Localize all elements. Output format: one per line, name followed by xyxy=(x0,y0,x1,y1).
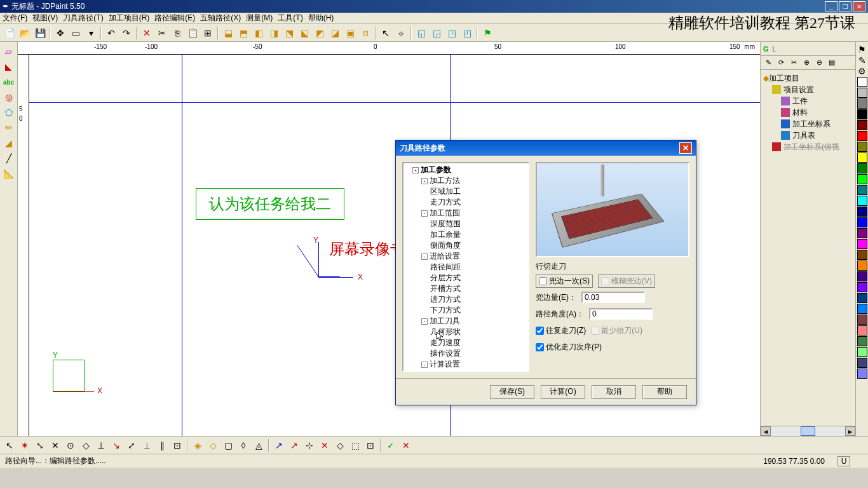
color-swatch[interactable] xyxy=(857,282,867,292)
autosel-icon[interactable]: ⟐ xyxy=(394,26,408,40)
box9-icon[interactable]: ▣ xyxy=(343,26,357,40)
cb-edge-once[interactable]: 兜边一次(S) xyxy=(536,274,593,288)
bt12-icon[interactable]: ⊡ xyxy=(170,438,184,452)
open-icon[interactable]: 📂 xyxy=(18,26,32,40)
color-swatch[interactable] xyxy=(857,217,867,227)
bt24-icon[interactable]: ⊡ xyxy=(363,438,377,452)
calculate-button[interactable]: 计算(O) xyxy=(541,385,585,399)
color-swatch[interactable] xyxy=(857,88,867,98)
cube4-icon[interactable]: ◰ xyxy=(460,26,474,40)
new-icon[interactable]: 📄 xyxy=(3,26,17,40)
menu-item[interactable]: 测量(M) xyxy=(246,13,273,24)
color-flag-icon[interactable]: ⚑ xyxy=(857,44,867,55)
cancel-button[interactable]: 取消 xyxy=(592,385,636,399)
color-swatch[interactable] xyxy=(857,174,867,184)
shape-rect-icon[interactable]: ▱ xyxy=(2,44,16,58)
color-swatch[interactable] xyxy=(857,152,867,163)
bt15-icon[interactable]: ▢ xyxy=(221,438,235,452)
cut-icon[interactable]: ✂ xyxy=(155,26,169,40)
color-swatch[interactable] xyxy=(857,239,867,249)
cube3-icon[interactable]: ◳ xyxy=(445,26,459,40)
bt11-icon[interactable]: ∥ xyxy=(155,438,169,452)
color-swatch[interactable] xyxy=(857,369,867,379)
dialog-titlebar[interactable]: 刀具路径参数 ✕ xyxy=(396,140,696,156)
bt9-icon[interactable]: ⤢ xyxy=(125,438,139,452)
dialog-tree-node[interactable]: 走刀方式 xyxy=(405,197,527,208)
color-settings-icon[interactable]: ⚙ xyxy=(857,66,867,76)
tree-item[interactable]: 项目设置 xyxy=(763,84,853,95)
box8-icon[interactable]: ◪ xyxy=(328,26,342,40)
dialog-close-button[interactable]: ✕ xyxy=(679,142,692,154)
close-button[interactable]: ✕ xyxy=(853,1,865,11)
bt18-icon[interactable]: ↗ xyxy=(272,438,286,452)
flag-icon[interactable]: ⚑ xyxy=(480,26,494,40)
maximize-button[interactable]: ❐ xyxy=(839,1,851,11)
bt7-icon[interactable]: ⊥ xyxy=(94,438,108,452)
rt-btn4-icon[interactable]: ⊕ xyxy=(801,58,811,68)
fill-icon[interactable]: ◢ xyxy=(2,136,16,150)
tab-2[interactable]: L xyxy=(773,45,776,53)
minimize-button[interactable]: _ xyxy=(825,1,837,11)
bt8-icon[interactable]: ↘ xyxy=(109,438,123,452)
menu-item[interactable]: 加工项目(R) xyxy=(109,13,150,24)
dialog-tree-node[interactable]: -进给设置 xyxy=(405,251,527,262)
paste-icon[interactable]: 📋 xyxy=(186,26,200,40)
angle-icon[interactable]: ◣ xyxy=(2,60,16,74)
bt1-icon[interactable]: ↖ xyxy=(3,438,17,452)
color-swatch[interactable] xyxy=(857,142,867,152)
color-swatch[interactable] xyxy=(857,271,867,281)
menu-item[interactable]: 五轴路径(X) xyxy=(200,13,241,24)
dialog-tree[interactable]: -加工参数-加工方法区域加工走刀方式-加工范围深度范围加工余量侧面角度-进给设置… xyxy=(402,162,529,372)
box7-icon[interactable]: ◩ xyxy=(313,26,327,40)
dialog-tree-node[interactable]: 区域加工 xyxy=(405,186,527,197)
menu-item[interactable]: 路径编辑(E) xyxy=(154,13,195,24)
dialog-tree-node[interactable]: 下刀方式 xyxy=(405,305,527,316)
box1-icon[interactable]: ⬓ xyxy=(221,26,235,40)
rt-btn2-icon[interactable]: ⟳ xyxy=(776,58,786,68)
color-swatch[interactable] xyxy=(857,163,867,173)
bt2-icon[interactable]: ✶ xyxy=(18,438,32,452)
dialog-tree-node[interactable]: -加工参数 xyxy=(405,165,527,175)
dialog-tree-node[interactable]: -加工范围 xyxy=(405,208,527,219)
menu-item[interactable]: 刀具路径(T) xyxy=(63,13,103,24)
bt13-icon[interactable]: ◈ xyxy=(191,438,205,452)
color-swatch[interactable] xyxy=(857,228,867,238)
dialog-tree-node[interactable]: 开槽方式 xyxy=(405,283,527,294)
color-swatch[interactable] xyxy=(857,250,867,260)
line-icon[interactable]: ╱ xyxy=(2,151,16,165)
tree-item[interactable]: 工件 xyxy=(763,95,853,107)
box4-icon[interactable]: ◨ xyxy=(267,26,281,40)
color-swatch[interactable] xyxy=(857,207,867,217)
dialog-tree-node[interactable]: 操作设置 xyxy=(405,348,527,359)
cb-reciprocate[interactable]: 往复走刀(Z) xyxy=(536,325,586,336)
bt4-icon[interactable]: ✕ xyxy=(48,438,62,452)
select-icon[interactable]: ▭ xyxy=(69,26,83,40)
color-swatch[interactable] xyxy=(857,77,867,87)
rt-btn5-icon[interactable]: ⊖ xyxy=(814,58,824,68)
bt19-icon[interactable]: ↗ xyxy=(287,438,301,452)
color-swatch[interactable] xyxy=(857,131,867,141)
dialog-tree-node[interactable]: 进刀方式 xyxy=(405,294,527,305)
bt6-icon[interactable]: ◇ xyxy=(79,438,93,452)
dialog-tree-node[interactable]: 加工精度 xyxy=(405,370,527,372)
dialog-tree-node[interactable]: 侧面角度 xyxy=(405,240,527,251)
color-brush-icon[interactable]: ✎ xyxy=(857,55,867,65)
save-button[interactable]: 保存(S) xyxy=(490,385,534,399)
dialog-tree-node[interactable]: -加工刀具 xyxy=(405,316,527,327)
move-icon[interactable]: ✥ xyxy=(53,26,67,40)
dialog-tree-node[interactable]: 路径间距 xyxy=(405,262,527,273)
undo-icon[interactable]: ↶ xyxy=(104,26,118,40)
cb-optimize[interactable]: 优化走刀次序(P) xyxy=(536,342,602,353)
dialog-tree-node[interactable]: 分层方式 xyxy=(405,273,527,283)
bt3-icon[interactable]: ⤡ xyxy=(33,438,47,452)
box2-icon[interactable]: ⬒ xyxy=(236,26,250,40)
color-swatch[interactable] xyxy=(857,185,867,195)
circle-icon[interactable]: ◎ xyxy=(2,90,16,104)
path-angle-input[interactable] xyxy=(589,308,653,320)
color-swatch[interactable] xyxy=(857,336,867,346)
menu-item[interactable]: 视图(V) xyxy=(32,13,58,24)
right-scrollbar[interactable]: ◂ ▸ xyxy=(761,426,855,436)
rt-btn1-icon[interactable]: ✎ xyxy=(763,58,773,68)
color-swatch[interactable] xyxy=(857,325,867,336)
color-swatch[interactable] xyxy=(857,293,867,303)
